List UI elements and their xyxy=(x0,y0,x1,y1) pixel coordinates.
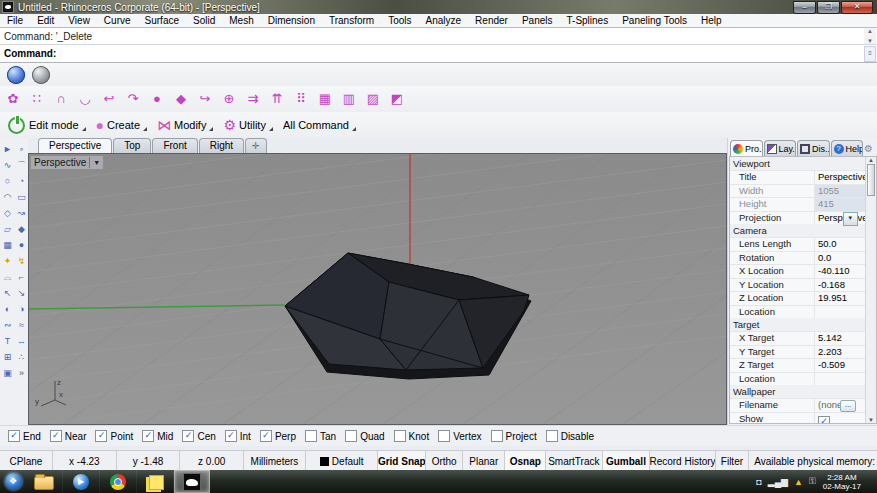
tab-right[interactable]: Right xyxy=(199,138,244,153)
mesh-sphere-blue-icon[interactable] xyxy=(7,66,25,84)
menu-dimension[interactable]: Dimension xyxy=(261,15,322,26)
osnap-toggle[interactable]: Osnap xyxy=(505,451,546,471)
osnap-near[interactable]: Near xyxy=(50,430,87,442)
new-viewport-tab-button[interactable]: ✛ xyxy=(245,138,267,153)
command-input[interactable]: Command: xyxy=(0,45,877,63)
menu-analyze[interactable]: Analyze xyxy=(419,15,469,26)
ts-bend-icon[interactable]: ↷ xyxy=(122,89,144,109)
osnap-end[interactable]: End xyxy=(8,430,41,442)
scroll-up-icon[interactable]: ▲ xyxy=(866,157,876,163)
viewport-title-dropdown[interactable]: Perspective ▼ xyxy=(31,156,103,169)
dimension-icon[interactable]: ↔ xyxy=(15,334,28,348)
mesh-sphere-gray-icon[interactable] xyxy=(32,66,50,84)
menu-solid[interactable]: Solid xyxy=(186,15,222,26)
ts-sphere-icon[interactable]: ● xyxy=(146,89,168,109)
menu-curve[interactable]: Curve xyxy=(97,15,138,26)
osnap-cen[interactable]: Cen xyxy=(182,430,215,442)
grid-snap-toggle[interactable]: Grid Snap xyxy=(378,451,426,471)
modify-menu-button[interactable]: ⋈ Modify xyxy=(157,117,215,133)
save-icon[interactable]: ▣ xyxy=(1,366,14,380)
projection-dropdown-button[interactable]: ▼ xyxy=(843,212,858,226)
interpolate-curve-icon[interactable]: ⌒ xyxy=(15,158,28,172)
sphere-icon[interactable]: ● xyxy=(15,238,28,252)
ellipse-icon[interactable]: ◔ xyxy=(15,174,28,188)
osnap-quad[interactable]: Quad xyxy=(345,430,384,442)
gumball-toggle[interactable]: Gumball xyxy=(603,451,651,471)
ts-match-icon[interactable]: ▦ xyxy=(314,89,336,109)
all-command-menu-button[interactable]: All Command xyxy=(283,119,358,131)
tab-top[interactable]: Top xyxy=(113,138,151,153)
command-options-button[interactable]: ≡ xyxy=(864,46,876,62)
menu-render[interactable]: Render xyxy=(468,15,515,26)
copy-icon[interactable]: ↘ xyxy=(15,286,28,300)
scroll-down-icon[interactable]: ▼ xyxy=(866,417,876,423)
boolean-union-icon[interactable]: ◐ xyxy=(1,302,14,316)
polygon-icon[interactable]: ◇ xyxy=(1,206,14,220)
block-icon[interactable]: ⊞ xyxy=(1,350,14,364)
curve-blend-icon[interactable]: ∾ xyxy=(1,318,14,332)
utility-menu-button[interactable]: ⚙ Utility xyxy=(223,117,274,133)
extrude-icon[interactable]: ✦ xyxy=(1,254,14,268)
tab-properties[interactable]: Pro... xyxy=(730,140,763,156)
osnap-knot[interactable]: Knot xyxy=(394,430,430,442)
minimize-button[interactable]: – xyxy=(793,1,816,14)
osnap-mid[interactable]: Mid xyxy=(142,430,173,442)
box-icon[interactable]: ▦ xyxy=(1,238,14,252)
layer-button[interactable]: Default xyxy=(306,451,379,471)
osnap-point[interactable]: Point xyxy=(95,430,133,442)
osnap-int[interactable]: Int xyxy=(225,430,251,442)
menu-edit[interactable]: Edit xyxy=(30,15,61,26)
point-icon[interactable]: ∘ xyxy=(15,142,28,156)
text-icon[interactable]: T xyxy=(1,334,14,348)
show-wallpaper-checkbox[interactable] xyxy=(818,416,830,425)
ortho-toggle[interactable]: Ortho xyxy=(426,451,463,471)
ts-merge-icon[interactable]: ▥ xyxy=(338,89,360,109)
planar-toggle[interactable]: Planar xyxy=(463,451,505,471)
menu-transform[interactable]: Transform xyxy=(322,15,381,26)
ts-mirror-icon[interactable]: ↩ xyxy=(98,89,120,109)
osnap-disable[interactable]: Disable xyxy=(546,430,594,442)
taskbar-media-player[interactable]: ▶ xyxy=(63,470,100,493)
scrollbar-thumb[interactable] xyxy=(867,164,875,196)
network-signal-icon[interactable]: ▂▄▆ xyxy=(768,477,788,487)
menu-file[interactable]: File xyxy=(0,15,30,26)
osnap-tan[interactable]: Tan xyxy=(305,430,336,442)
tab-help[interactable]: ? Help xyxy=(831,140,864,156)
menu-panels[interactable]: Panels xyxy=(515,15,560,26)
move-icon[interactable]: ↖ xyxy=(1,286,14,300)
freeform-curve-icon[interactable]: ↝ xyxy=(15,206,28,220)
arc-icon[interactable]: ◠ xyxy=(1,190,14,204)
ts-extrude-icon[interactable]: ↪ xyxy=(194,89,216,109)
expand-toolbar-icon[interactable]: » xyxy=(15,366,28,380)
smarttrack-toggle[interactable]: SmartTrack xyxy=(546,451,603,471)
osnap-perp[interactable]: Perp xyxy=(260,430,296,442)
ts-grid-points-icon[interactable]: ∷ xyxy=(26,89,48,109)
tab-perspective[interactable]: Perspective xyxy=(38,138,112,153)
start-button[interactable]: ❖ xyxy=(0,470,26,493)
maximize-button[interactable]: ❐ xyxy=(817,1,840,14)
ts-unweld-icon[interactable]: ▨ xyxy=(362,89,384,109)
power-plug-icon[interactable]: ⚿ xyxy=(809,476,816,487)
edit-mode-button[interactable]: Edit mode xyxy=(8,117,88,134)
surface-loft-icon[interactable]: ◆ xyxy=(15,222,28,236)
ts-thicken-icon[interactable]: ✿ xyxy=(2,89,24,109)
create-menu-button[interactable]: ● Create xyxy=(96,117,150,133)
command-history-scrollbar[interactable]: ▲▼ xyxy=(864,28,876,44)
surface-plane-icon[interactable]: ▱ xyxy=(1,222,14,236)
ts-crease-icon[interactable]: ◩ xyxy=(386,89,408,109)
cplane-button[interactable]: CPlane xyxy=(0,451,53,471)
ts-insert-edge-v-icon[interactable]: ⇈ xyxy=(266,89,288,109)
units-button[interactable]: Millimeters xyxy=(244,451,306,471)
ts-arch-icon[interactable]: ∩ xyxy=(50,89,72,109)
close-button[interactable]: ✕ xyxy=(841,1,873,14)
menu-paneling-tools[interactable]: Paneling Tools xyxy=(615,15,694,26)
tray-app-icon[interactable]: ◘ xyxy=(756,477,761,487)
taskbar-rhino[interactable] xyxy=(174,470,210,493)
ts-bridge-icon[interactable]: ◡ xyxy=(74,89,96,109)
fillet-icon[interactable]: ⌓ xyxy=(1,270,14,284)
circle-icon[interactable]: ○ xyxy=(1,174,14,188)
boolean-difference-icon[interactable]: ◑ xyxy=(15,302,28,316)
osnap-project[interactable]: Project xyxy=(491,430,537,442)
taskbar-sticky-notes[interactable] xyxy=(137,470,174,493)
osnap-vertex[interactable]: Vertex xyxy=(438,430,481,442)
